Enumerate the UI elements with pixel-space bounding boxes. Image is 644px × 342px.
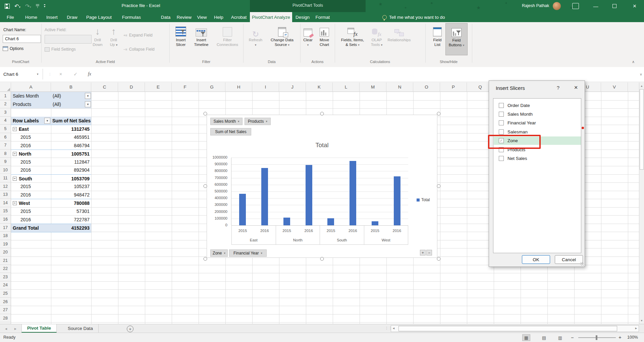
- row-header-18[interactable]: 18: [0, 232, 11, 240]
- collapse-group-icon[interactable]: −: [13, 127, 17, 131]
- column-header-M[interactable]: M: [360, 82, 386, 92]
- pivot-row-value[interactable]: 465951: [51, 133, 91, 141]
- pivot-row-label[interactable]: −North: [11, 150, 51, 158]
- chart-selection-handle[interactable]: [204, 112, 207, 116]
- cancel-button[interactable]: Cancel: [555, 255, 583, 264]
- vscroll-thumb[interactable]: [640, 89, 644, 170]
- tab-data[interactable]: Data: [158, 12, 174, 22]
- pivot-row-label[interactable]: −East: [11, 125, 51, 133]
- tab-acrobat[interactable]: Acrobat: [228, 12, 250, 22]
- resize-grip[interactable]: [580, 262, 584, 266]
- insert-function-icon[interactable]: fx: [85, 69, 95, 79]
- chart-selection-handle[interactable]: [320, 257, 324, 261]
- pivot-row-value[interactable]: 1005751: [51, 150, 91, 158]
- chart-expand-button[interactable]: +: [420, 250, 426, 255]
- column-header-C[interactable]: C: [91, 82, 118, 92]
- row-header-10[interactable]: 10: [0, 166, 11, 174]
- pivot-values-header[interactable]: Sum of Net Sales: [51, 117, 91, 125]
- close-button[interactable]: ×: [628, 0, 641, 12]
- help-button[interactable]: ?: [555, 85, 561, 91]
- tab-home[interactable]: Home: [22, 12, 40, 22]
- column-header-N[interactable]: N: [386, 82, 413, 92]
- page-layout-view-icon[interactable]: ▤: [540, 334, 548, 341]
- chart-field-button-products[interactable]: Products ▾: [245, 118, 271, 125]
- collapse-ribbon-icon[interactable]: ∧: [632, 60, 635, 64]
- row-header-11[interactable]: 11: [0, 174, 11, 183]
- column-header-A[interactable]: A: [11, 82, 51, 92]
- pivot-row-label[interactable]: 2015: [11, 158, 51, 166]
- tab-view[interactable]: View: [194, 12, 210, 22]
- sheet-tab-source-data[interactable]: Source Data: [62, 324, 99, 333]
- row-labels-dropdown-icon[interactable]: ▾: [44, 118, 50, 124]
- pivot-row-label[interactable]: 2015: [11, 207, 51, 216]
- column-header-W[interactable]: W: [628, 82, 639, 92]
- insert-slicer-button[interactable]: InsertSlicer: [171, 23, 190, 47]
- row-header-14[interactable]: 14: [0, 199, 11, 207]
- chart-selection-handle[interactable]: [437, 184, 441, 188]
- column-header-L[interactable]: L: [333, 82, 360, 92]
- minimize-button[interactable]: —: [589, 0, 602, 12]
- column-header-K[interactable]: K: [306, 82, 333, 92]
- pivot-filter-label[interactable]: Products: [11, 100, 51, 109]
- tab-draw[interactable]: Draw: [64, 12, 80, 22]
- slicer-checkbox-salesman[interactable]: [499, 129, 504, 134]
- column-header-J[interactable]: J: [279, 82, 306, 92]
- hscroll-right-icon[interactable]: ►: [635, 327, 638, 330]
- slicer-item-sales-month[interactable]: Sales Month: [507, 110, 533, 118]
- pivot-row-value[interactable]: 846794: [51, 141, 91, 150]
- bar-north-2015[interactable]: [283, 218, 290, 225]
- slicer-checkbox-sales-month[interactable]: [499, 112, 504, 117]
- fields-items-sets-button[interactable]: fx Fields, Items,& Sets ▾: [337, 23, 368, 47]
- name-box[interactable]: Chart 6 ▾: [0, 69, 43, 79]
- horizontal-scrollbar[interactable]: ◄ ►: [391, 325, 639, 332]
- pivot-row-label[interactable]: Grand Total: [11, 224, 51, 232]
- pivot-row-label[interactable]: 2016: [11, 141, 51, 150]
- zoom-in-icon[interactable]: +: [619, 334, 622, 340]
- user-name[interactable]: Rajesh Pathak: [522, 3, 549, 8]
- bar-north-2016[interactable]: [306, 165, 312, 225]
- pivot-row-value[interactable]: 722787: [51, 215, 91, 224]
- enter-entry-icon[interactable]: ✓: [70, 69, 80, 79]
- pivot-row-value[interactable]: 1312745: [51, 125, 91, 133]
- chart-selection-handle[interactable]: [320, 112, 324, 116]
- row-header-16[interactable]: 16: [0, 215, 11, 224]
- filter-dropdown-icon[interactable]: ▾: [85, 93, 91, 99]
- pivot-row-label[interactable]: 2016: [11, 215, 51, 224]
- close-dialog-button[interactable]: ×: [571, 83, 581, 92]
- bar-west-2016[interactable]: [394, 176, 400, 225]
- row-header-25[interactable]: 25: [0, 289, 11, 298]
- tell-me[interactable]: Tell me what you want to do: [382, 12, 445, 22]
- vertical-scrollbar[interactable]: ▲ ▼: [639, 82, 644, 324]
- bar-west-2015[interactable]: [372, 221, 378, 225]
- slicer-item-financial-year[interactable]: Financial Year: [507, 119, 536, 127]
- column-header-B[interactable]: B: [51, 82, 91, 92]
- scroll-down-icon[interactable]: ▼: [639, 318, 644, 323]
- slicer-checkbox-net-sales[interactable]: [499, 156, 504, 161]
- row-header-2[interactable]: 2: [0, 100, 11, 109]
- filter-dropdown-icon[interactable]: ▾: [85, 101, 91, 107]
- move-chart-button[interactable]: MoveChart: [316, 23, 333, 47]
- pivot-row-value[interactable]: 57301: [51, 207, 91, 216]
- column-header-H[interactable]: H: [225, 82, 252, 92]
- options-button[interactable]: Options: [3, 46, 23, 51]
- row-header-13[interactable]: 13: [0, 191, 11, 199]
- row-header-8[interactable]: 8: [0, 150, 11, 158]
- chart-name-input[interactable]: Chart 6: [3, 35, 41, 43]
- chart-collapse-button[interactable]: −: [426, 250, 432, 255]
- sheet-nav-left-icon[interactable]: ◄: [2, 324, 10, 333]
- tab-pivotchart-analyze[interactable]: PivotChart Analyze: [250, 12, 292, 22]
- row-header-17[interactable]: 17: [0, 224, 11, 232]
- hscroll-thumb[interactable]: [398, 326, 617, 331]
- row-header-1[interactable]: 1: [0, 92, 11, 100]
- select-all-corner[interactable]: [0, 82, 11, 92]
- row-header-12[interactable]: 12: [0, 182, 11, 191]
- row-header-22[interactable]: 22: [0, 265, 11, 273]
- chart-value-button[interactable]: Sum of Net Sales: [210, 128, 251, 135]
- pivot-row-label[interactable]: 2015: [11, 133, 51, 141]
- expand-formula-bar-icon[interactable]: ∨: [636, 69, 644, 79]
- tab-file[interactable]: File: [3, 12, 18, 22]
- chart-selection-handle[interactable]: [204, 184, 207, 188]
- pivot-row-value[interactable]: 1053709: [51, 175, 91, 183]
- pivot-row-label[interactable]: −South: [11, 175, 51, 183]
- tab-formulas[interactable]: Formulas: [120, 12, 143, 22]
